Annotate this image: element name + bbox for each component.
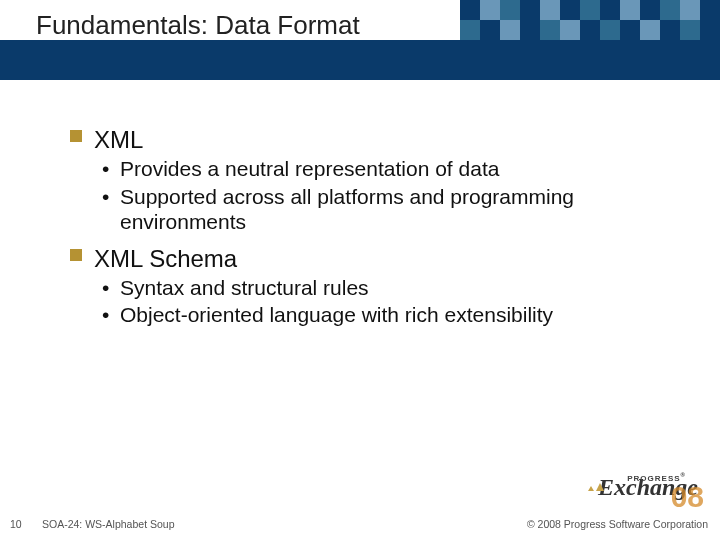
header-grid-decoration xyxy=(460,0,720,40)
sub-bullet-text: Object-oriented language with rich exten… xyxy=(120,303,553,326)
sub-bullet: • Syntax and structural rules xyxy=(70,275,670,301)
bullet-xml-schema: XML Schema xyxy=(70,245,670,273)
sub-bullet: • Object-oriented language with rich ext… xyxy=(70,302,670,328)
dot-bullet-icon: • xyxy=(102,184,109,210)
dot-bullet-icon: • xyxy=(102,302,109,328)
logo-shape-icon xyxy=(588,486,594,491)
copyright: © 2008 Progress Software Corporation xyxy=(527,518,708,530)
logo-shape-icon xyxy=(596,483,604,491)
sub-bullet: • Supported across all platforms and pro… xyxy=(70,184,670,235)
footer: 10 SOA-24: WS-Alphabet Soup © 2008 Progr… xyxy=(0,508,720,530)
sub-bullet: • Provides a neutral representation of d… xyxy=(70,156,670,182)
bullet-label: XML xyxy=(94,126,143,153)
content-area: XML • Provides a neutral representation … xyxy=(70,120,670,328)
session-code: SOA-24: WS-Alphabet Soup xyxy=(42,518,175,530)
sub-bullet-text: Syntax and structural rules xyxy=(120,276,369,299)
bullet-label: XML Schema xyxy=(94,245,237,272)
sub-bullet-text: Supported across all platforms and progr… xyxy=(120,185,574,234)
sub-bullet-text: Provides a neutral representation of dat… xyxy=(120,157,499,180)
slide-title: Fundamentals: Data Format xyxy=(36,10,360,41)
square-bullet-icon xyxy=(70,130,82,142)
dot-bullet-icon: • xyxy=(102,275,109,301)
slide-number: 10 xyxy=(10,518,22,530)
header-band xyxy=(0,40,720,80)
square-bullet-icon xyxy=(70,249,82,261)
bullet-xml: XML xyxy=(70,126,670,154)
exchange-logo: PROGRESS® 08 Exchange xyxy=(538,474,698,512)
slide: Fundamentals: Data Format XML • Provides… xyxy=(0,0,720,540)
dot-bullet-icon: • xyxy=(102,156,109,182)
